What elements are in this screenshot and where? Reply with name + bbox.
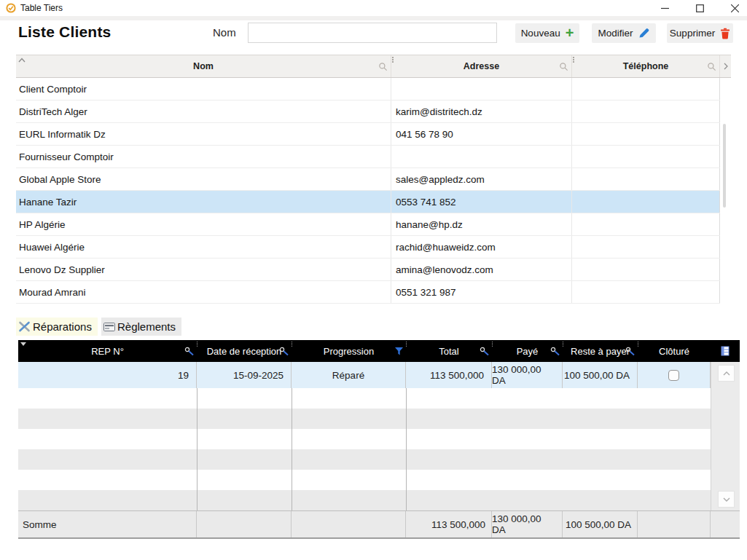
column-header-cloture[interactable]: Clôturé (638, 340, 711, 362)
column-resize-handle[interactable] (197, 342, 197, 347)
column-resize-handle[interactable] (392, 57, 394, 63)
column-header-paye[interactable]: Payé (492, 340, 563, 362)
close-button[interactable] (721, 0, 747, 16)
client-cell-adresse (391, 78, 572, 100)
column-header-total[interactable]: Total (406, 340, 492, 362)
grid-line (406, 388, 407, 510)
repair-row[interactable]: 19 15-09-2025 Réparé 113 500,000 130 000… (18, 362, 711, 388)
column-label: REP N° (91, 346, 124, 357)
client-cell-nom: Mourad Amrani (16, 281, 391, 303)
client-cell-nom: DistriTech Alger (16, 100, 391, 122)
client-cell-adresse: rachid@huaweidz.com (391, 236, 572, 258)
chevron-down-icon (723, 497, 730, 502)
client-cell-tel (572, 236, 720, 258)
edit-button[interactable]: Modifier (592, 23, 656, 43)
app-window: Table Tiers Liste Clients Nom Nouveau+ M… (0, 0, 747, 560)
repairs-scrollbar[interactable] (711, 362, 740, 510)
titlebar: Table Tiers (0, 0, 747, 16)
cell-paye: 130 000,00 DA (492, 362, 563, 388)
client-cell-tel (572, 146, 720, 167)
menu-strip (0, 16, 747, 20)
tab-reparations[interactable]: Réparations (16, 318, 98, 336)
client-cell-tel (572, 78, 720, 100)
client-row[interactable]: Global Apple Storesales@appledz.com (16, 168, 720, 191)
column-chooser-button[interactable] (711, 340, 740, 362)
column-header-date[interactable]: Date de réception (197, 340, 292, 362)
search-column-icon[interactable] (279, 347, 289, 356)
client-cell-adresse: 0551 321 987 (391, 281, 572, 303)
client-cell-nom: Fournisseur Comptoir (16, 146, 391, 167)
summary-label: Somme (18, 511, 197, 537)
client-row[interactable]: DistriTech Algerkarim@distritech.dz (16, 100, 720, 123)
column-resize-handle[interactable] (492, 342, 493, 347)
column-header-nom[interactable]: Nom (16, 55, 391, 77)
column-resize-handle[interactable] (573, 57, 574, 63)
column-resize-handle[interactable] (292, 342, 292, 347)
column-resize-handle[interactable] (563, 342, 563, 347)
scroll-down-button[interactable] (718, 491, 735, 508)
search-column-icon[interactable] (550, 347, 560, 356)
repair-empty-row (18, 449, 711, 470)
maximize-button[interactable] (687, 0, 713, 16)
client-row[interactable]: Client Comptoir (16, 78, 720, 100)
repair-empty-row (18, 429, 711, 449)
column-header-telephone[interactable]: Téléphone (572, 55, 720, 77)
cell-date: 15-09-2025 (197, 362, 292, 388)
client-cell-tel (572, 281, 720, 303)
client-row[interactable]: Huawei Algérierachid@huaweidz.com (16, 236, 720, 259)
client-cell-tel (572, 191, 720, 213)
scroll-up-button[interactable] (718, 365, 735, 382)
new-button[interactable]: Nouveau+ (515, 23, 579, 43)
search-column-icon[interactable] (625, 347, 635, 356)
summary-paye: 130 000,00 DA (492, 511, 563, 537)
repairs-empty-rows (18, 388, 711, 510)
client-row[interactable]: EURL Informatik Dz041 56 78 90 (16, 123, 720, 146)
delete-button[interactable]: Supprimer (667, 23, 733, 43)
column-header-adresse[interactable]: Adresse (391, 55, 572, 77)
column-header-progression[interactable]: Progression (292, 340, 406, 362)
column-label: Adresse (464, 61, 499, 71)
chevron-right-icon (724, 63, 728, 70)
client-cell-tel (572, 100, 720, 122)
column-label: Payé (517, 346, 539, 357)
clients-scrollbar-thumb[interactable] (723, 124, 726, 208)
cloture-checkbox[interactable] (668, 370, 679, 381)
client-row[interactable]: HP Algériehanane@hp.dz (16, 213, 720, 236)
column-header-reste[interactable]: Reste à payer (563, 340, 638, 362)
client-cell-nom: HP Algérie (16, 213, 391, 235)
client-row[interactable]: Fournisseur Comptoir (16, 146, 720, 168)
cell-cloture (638, 362, 711, 388)
client-cell-adresse: 0553 741 852 (391, 191, 572, 213)
column-header-rep[interactable]: REP N° (18, 340, 197, 362)
summary-total: 113 500,000 (406, 511, 492, 537)
card-icon (103, 323, 115, 331)
plus-icon: + (566, 25, 574, 40)
client-row[interactable]: Mourad Amrani0551 321 987 (16, 281, 720, 304)
search-column-icon[interactable] (707, 62, 716, 71)
minimize-button[interactable] (652, 0, 678, 16)
search-column-icon[interactable] (559, 62, 568, 71)
search-column-icon[interactable] (378, 62, 388, 71)
search-column-icon[interactable] (184, 347, 195, 356)
summary-empty (711, 511, 740, 537)
column-label: Nom (193, 61, 214, 71)
column-resize-handle[interactable] (406, 342, 407, 347)
repair-empty-row (18, 490, 711, 510)
chevron-up-icon (723, 371, 730, 376)
tab-reglements[interactable]: Règlements (101, 318, 181, 336)
column-label: Reste à payer (571, 346, 630, 357)
search-column-icon[interactable] (480, 347, 490, 356)
clients-table-header: Nom Adresse Téléphone (16, 55, 731, 78)
search-input[interactable] (248, 23, 497, 43)
filter-icon[interactable] (394, 347, 404, 356)
client-row[interactable]: Hanane Tazir0553 741 852 (16, 191, 720, 213)
repair-empty-row (18, 388, 711, 409)
column-label: Date de réception (207, 346, 282, 357)
client-cell-adresse: 041 56 78 90 (391, 123, 572, 145)
client-row[interactable]: Lenovo Dz Supplieramina@lenovodz.com (16, 259, 720, 281)
page-title: Liste Clients (18, 23, 111, 41)
column-resize-handle[interactable] (638, 342, 638, 347)
cell-rep: 19 (18, 362, 197, 388)
cell-reste: 100 500,00 DA (563, 362, 638, 388)
more-columns-button[interactable] (720, 55, 731, 77)
